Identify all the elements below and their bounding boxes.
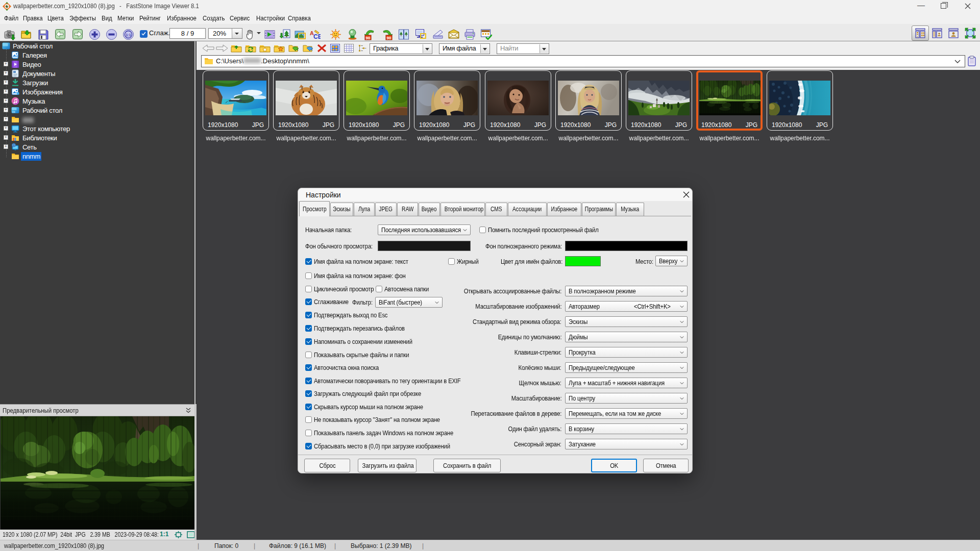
svg-text:CB: CB — [313, 33, 321, 40]
svg-text:1:1: 1:1 — [126, 33, 131, 37]
svg-text:90: 90 — [387, 36, 391, 40]
svg-text:90: 90 — [366, 36, 371, 40]
